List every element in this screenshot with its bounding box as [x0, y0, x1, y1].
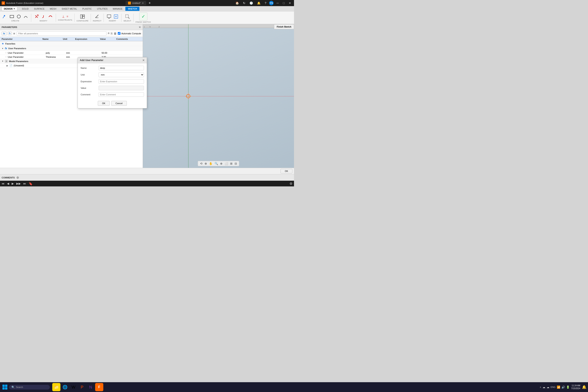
- tool-measure[interactable]: [94, 14, 100, 20]
- table-row[interactable]: ☆ User Parameter poly mm 50.00: [0, 51, 143, 55]
- play-back-button[interactable]: ◀: [7, 182, 9, 185]
- star-empty-icon: ☆: [5, 52, 7, 54]
- tool-constraint2[interactable]: =: [66, 14, 69, 18]
- tool-constraint1[interactable]: ⊥: [61, 14, 65, 18]
- param-label-1: User Parameter: [8, 52, 24, 54]
- maximize-button[interactable]: □: [282, 1, 286, 5]
- comments-bar: COMMENTS ⊕: [0, 174, 294, 181]
- tool-line[interactable]: [2, 14, 8, 20]
- col-value: Value: [100, 38, 116, 40]
- tool-insert1[interactable]: [106, 14, 112, 20]
- tab-plastic[interactable]: PLASTIC: [80, 7, 94, 11]
- history-button[interactable]: 🕐: [248, 1, 254, 5]
- play-button[interactable]: ▶: [12, 182, 14, 185]
- minimize-button[interactable]: ─: [275, 1, 280, 5]
- notification-button[interactable]: 🔔: [256, 1, 262, 5]
- toolbar-group-insert: INSERT: [106, 14, 119, 22]
- bottom-ok-button[interactable]: OK: [280, 169, 292, 173]
- name-input[interactable]: [98, 66, 144, 70]
- svg-point-3: [37, 15, 38, 16]
- vp-zoom-tool[interactable]: 🔍: [214, 162, 219, 166]
- skip-end-button[interactable]: ⏭: [23, 182, 26, 185]
- copy-button[interactable]: ⎘: [111, 32, 112, 35]
- bookmark-button[interactable]: 🔖: [28, 182, 33, 186]
- bottom-bar: OK: [0, 168, 294, 174]
- tab-sheet-metal[interactable]: SHEET METAL: [59, 7, 80, 11]
- tab-surface[interactable]: SURFACE: [32, 7, 47, 11]
- comment-input[interactable]: [98, 92, 144, 97]
- dialog-cancel-button[interactable]: Cancel: [111, 101, 127, 106]
- settings-button[interactable]: ⚙: [290, 182, 292, 186]
- svg-rect-10: [126, 15, 128, 18]
- modify-label: MODIFY: [40, 20, 47, 22]
- panel-close-button[interactable]: ✕: [139, 26, 141, 29]
- tool-offset[interactable]: [47, 14, 54, 20]
- design-dropdown[interactable]: DESIGN ▼: [2, 7, 17, 11]
- finish-sketch-corner-button[interactable]: Finish Sketch: [274, 24, 294, 29]
- panel-title: PARAMETERS: [2, 26, 17, 28]
- finish-sketch-button[interactable]: ✓: [139, 12, 148, 20]
- comment-row: Comment: [81, 92, 144, 97]
- tab-manage[interactable]: MANAGE: [110, 7, 125, 11]
- tool-select[interactable]: [124, 14, 131, 20]
- model-doc-icon: 📄: [10, 64, 12, 67]
- user-params-section[interactable]: ▼ fx User Parameters: [0, 46, 143, 51]
- unit-select[interactable]: mm cm in ft m: [98, 72, 144, 77]
- user-avatar[interactable]: YS: [269, 1, 274, 5]
- fx-button[interactable]: fx: [2, 32, 6, 35]
- auto-compute-checkbox[interactable]: [118, 32, 120, 35]
- tab-title: Untitled*: [132, 2, 141, 4]
- fx2-button[interactable]: f₂: [8, 32, 12, 35]
- star-button[interactable]: ★: [13, 32, 16, 35]
- vp-drag-tool[interactable]: ⊕: [204, 162, 208, 166]
- expression-input[interactable]: [98, 79, 144, 84]
- vp-display1-tool[interactable]: ⬜: [224, 162, 229, 166]
- expression-row: Expression: [81, 79, 144, 84]
- tab-close-icon[interactable]: ✕: [142, 2, 144, 4]
- tool-insert2[interactable]: [113, 14, 119, 20]
- add-comment-button[interactable]: ⊕: [16, 176, 19, 180]
- tab-solid[interactable]: SOLID: [20, 7, 31, 11]
- favorites-label: Favorites: [5, 42, 15, 45]
- vp-pan-tool[interactable]: ✋: [208, 162, 213, 166]
- model-params-expand-icon[interactable]: ▼: [2, 60, 4, 62]
- col-expression: Expression: [75, 38, 100, 40]
- panel-header: PARAMETERS ✕: [0, 24, 143, 30]
- expression-label: Expression: [81, 80, 97, 83]
- vp-display3-tool[interactable]: ⊟: [234, 162, 238, 166]
- dialog-ok-button[interactable]: OK: [98, 101, 110, 106]
- tab-utilities[interactable]: UTILITIES: [94, 7, 110, 11]
- refresh-button[interactable]: ↻: [242, 1, 247, 5]
- tool-fillet[interactable]: [40, 14, 47, 20]
- close-button[interactable]: ✕: [288, 1, 292, 5]
- dialog-close-button[interactable]: ✕: [142, 58, 145, 62]
- tool-trim[interactable]: [33, 14, 40, 20]
- skip-start-button[interactable]: ⏮: [2, 182, 4, 185]
- tool-arc[interactable]: [22, 14, 29, 20]
- favorites-section[interactable]: ★ Favorites: [0, 41, 143, 46]
- delete-button[interactable]: 🗑: [114, 32, 116, 35]
- user-params-expand-icon[interactable]: ▼: [2, 47, 4, 50]
- play-forward-button[interactable]: ▶▶: [16, 182, 21, 185]
- document-tab[interactable]: Untitled* ✕: [126, 1, 146, 5]
- home-button[interactable]: 🏠: [234, 1, 240, 5]
- vp-zoom-fit-tool[interactable]: ⊕: [219, 162, 223, 166]
- tab-mesh[interactable]: MESH: [47, 7, 59, 11]
- help-button[interactable]: ?: [264, 1, 268, 5]
- tool-rectangle[interactable]: [8, 14, 15, 20]
- vp-display2-tool[interactable]: ⊞: [229, 162, 233, 166]
- select-label: SELECT: [124, 20, 131, 22]
- tool-configure1[interactable]: [79, 14, 86, 20]
- auto-compute-text: Automatic Compute: [121, 32, 141, 35]
- value-input[interactable]: [98, 86, 144, 90]
- app-title: Autodesk Fusion (Education License): [6, 2, 43, 4]
- add-param-button[interactable]: +: [108, 31, 110, 36]
- vp-move-tool[interactable]: ⟲: [199, 162, 203, 166]
- user-params-fx-icon: fx: [5, 47, 7, 50]
- auto-compute-label[interactable]: Automatic Compute: [118, 32, 141, 35]
- tab-sketch[interactable]: SKETCH: [125, 7, 140, 11]
- favorites-star-icon: ★: [2, 42, 4, 45]
- tool-circle[interactable]: [16, 14, 22, 20]
- filter-input[interactable]: [17, 32, 106, 36]
- new-tab-button[interactable]: +: [148, 0, 152, 6]
